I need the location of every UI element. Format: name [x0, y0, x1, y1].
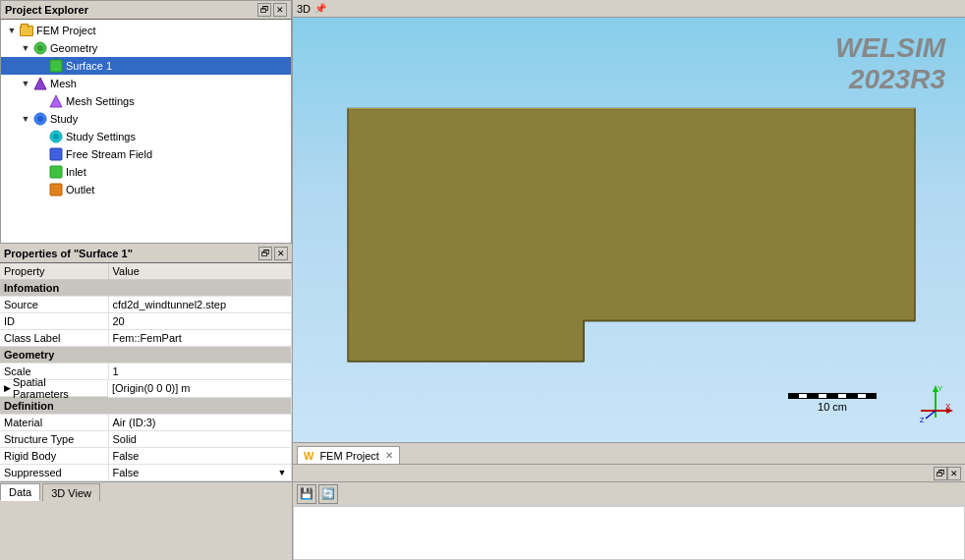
bottom-panel-toolbar: 💾 🔄 [293, 482, 965, 506]
surface1-label: Surface 1 [66, 60, 112, 72]
fem-project-tab[interactable]: W FEM Project ✕ [297, 446, 400, 464]
surface-icon [48, 58, 64, 74]
id-label: ID [0, 313, 108, 330]
material-label: Material [0, 414, 108, 430]
properties-table-wrapper: Property Value Infomation Source cfd2d_w… [0, 263, 292, 481]
prop-row-structure-type: Structure Type Solid [0, 430, 292, 447]
suppressed-label: Suppressed [0, 464, 108, 481]
project-explorer-controls: 🗗 ✕ [257, 3, 287, 17]
restore-output-button[interactable]: 🗗 [934, 467, 947, 480]
inlet-label: Inlet [66, 166, 86, 178]
mesh-settings-label: Mesh Settings [66, 95, 135, 107]
tree-item-mesh-settings[interactable]: Mesh Settings [1, 92, 291, 110]
restore-props-button[interactable]: 🗗 [258, 247, 272, 260]
tree-item-study[interactable]: ▼ Study [1, 110, 291, 128]
fem-project-label: FEM Project [36, 25, 96, 36]
fem-project-tab-close[interactable]: ✕ [385, 450, 393, 461]
geometry-label: Geometry [50, 42, 97, 54]
tree-item-outlet[interactable]: Outlet [1, 181, 291, 198]
prop-row-material: Material Air (ID:3) [0, 414, 292, 430]
close-output-button[interactable]: ✕ [947, 467, 961, 480]
toggle-free-stream [34, 147, 48, 161]
toggle-study[interactable]: ▼ [19, 112, 32, 126]
svg-point-8 [53, 134, 59, 140]
project-explorer-header: Project Explorer 🗗 ✕ [0, 0, 292, 20]
viewport-background: WELSIM 2023R3 [293, 18, 965, 442]
restore-button[interactable]: 🗗 [257, 3, 271, 17]
spatial-value: [Origin(0 0 0)] m [108, 380, 292, 398]
section-definition: Definition [0, 397, 292, 414]
folder-icon [19, 23, 34, 38]
prop-row-spatial: ▶ Spatial Parameters [Origin(0 0 0)] m [0, 380, 292, 398]
svg-point-6 [37, 116, 43, 122]
section-information: Infomation [0, 280, 292, 297]
suppressed-value[interactable]: False ▼ [109, 465, 292, 481]
tree-item-study-settings[interactable]: Study Settings [1, 128, 291, 145]
mesh-icon [32, 76, 48, 91]
study-settings-icon [48, 129, 64, 144]
viewport-pin-icon: 📌 [314, 3, 326, 14]
fem-project-tab-label: FEM Project [319, 450, 379, 462]
toggle-geometry[interactable]: ▼ [19, 41, 32, 55]
struct-type-label: Structure Type [0, 430, 108, 447]
scale-label: 10 cm [818, 401, 847, 413]
data-tab[interactable]: Data [0, 483, 40, 501]
svg-rect-10 [50, 166, 62, 178]
tree-item-mesh[interactable]: ▼ Mesh [1, 75, 291, 92]
svg-rect-11 [50, 184, 62, 196]
project-tree: ▼ FEM Project ▼ Geometry Surface [0, 20, 292, 244]
tree-item-surface1[interactable]: Surface 1 [1, 57, 291, 75]
svg-line-26 [926, 411, 936, 419]
refresh-icon: 🔄 [321, 487, 335, 500]
svg-marker-3 [34, 78, 46, 89]
viewport-3d[interactable]: WELSIM 2023R3 [293, 18, 965, 442]
mesh-settings-icon [48, 93, 64, 109]
save-icon: 💾 [300, 487, 313, 500]
viewport-label: 3D [297, 3, 311, 15]
free-stream-label: Free Stream Field [66, 148, 152, 160]
scale-bar: 10 cm [788, 393, 877, 413]
bottom-output-panel: 🗗 ✕ 💾 🔄 [293, 464, 965, 560]
tree-item-inlet[interactable]: Inlet [1, 163, 291, 181]
spatial-expand-icon[interactable]: ▶ [4, 383, 11, 393]
study-settings-label: Study Settings [66, 131, 136, 142]
toggle-inlet [34, 165, 48, 179]
toggle-mesh[interactable]: ▼ [19, 77, 32, 90]
fem-project-tab-icon: W [304, 450, 313, 462]
3d-view-tab[interactable]: 3D View [42, 483, 100, 501]
svg-text:Y: Y [937, 384, 943, 393]
toggle-study-settings [34, 130, 48, 143]
section-geo-label: Geometry [0, 347, 292, 364]
tree-item-fem-project[interactable]: ▼ FEM Project [1, 22, 291, 39]
3d-shape [293, 18, 965, 442]
properties-table: Property Value Infomation Source cfd2d_w… [0, 263, 292, 481]
refresh-output-button[interactable]: 🔄 [318, 484, 338, 504]
save-output-button[interactable]: 💾 [297, 484, 316, 504]
tree-item-geometry[interactable]: ▼ Geometry [1, 39, 291, 57]
prop-row-id: ID 20 [0, 313, 292, 330]
section-def-label: Definition [0, 397, 292, 414]
mesh-label: Mesh [50, 78, 77, 89]
close-explorer-button[interactable]: ✕ [273, 3, 287, 17]
svg-marker-12 [348, 109, 915, 362]
bottom-panel-header: 🗗 ✕ [293, 465, 965, 482]
svg-rect-2 [50, 60, 62, 72]
properties-header: Properties of "Surface 1" 🗗 ✕ [0, 244, 292, 263]
scale-value: 1 [108, 364, 292, 380]
close-props-button[interactable]: ✕ [274, 247, 288, 260]
source-value: cfd2d_windtunnel2.step [108, 297, 292, 313]
class-label-value: Fem::FemPart [108, 330, 292, 347]
svg-text:Z: Z [920, 417, 925, 422]
svg-text:X: X [945, 402, 951, 411]
properties-title: Properties of "Surface 1" [4, 248, 133, 259]
svg-point-1 [37, 45, 43, 51]
rigid-body-label: Rigid Body [0, 447, 108, 464]
tree-item-free-stream[interactable]: Free Stream Field [1, 145, 291, 163]
toggle-surface1 [34, 59, 48, 73]
output-content [293, 506, 965, 560]
source-label: Source [0, 297, 108, 313]
suppressed-dropdown-arrow[interactable]: ▼ [278, 468, 287, 477]
section-info-label: Infomation [0, 280, 292, 297]
outlet-icon [48, 182, 64, 197]
toggle-fem-project[interactable]: ▼ [5, 24, 19, 37]
